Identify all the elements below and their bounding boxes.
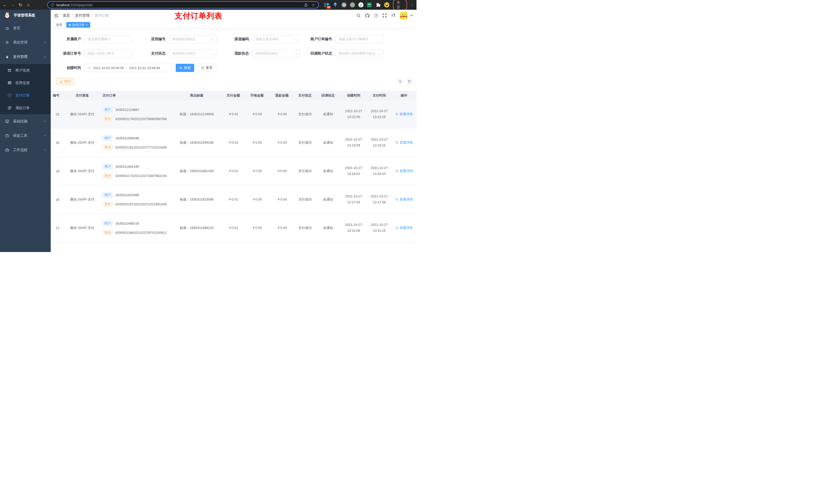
app-select[interactable]: 请选择应用信息 bbox=[169, 35, 217, 43]
forward-icon[interactable]: → bbox=[10, 2, 15, 7]
merchant-order-no: 1635311881440 bbox=[115, 165, 139, 169]
reload-icon[interactable]: ↻ bbox=[18, 2, 23, 8]
sidebar-item-infra[interactable]: 基础设施 bbox=[0, 114, 51, 128]
row-status: 支付成功 bbox=[294, 197, 316, 202]
extension-command-icon[interactable]: ⌘ bbox=[341, 2, 347, 7]
pay-order-no: 4200001181202110277723215336 bbox=[115, 145, 167, 149]
view-detail-link[interactable]: 查看详情 bbox=[395, 197, 413, 202]
extension-puzzle-icon[interactable] bbox=[376, 2, 381, 8]
extensions-area: 10 ⌘ y bbox=[324, 2, 389, 8]
toggle-search-button[interactable] bbox=[397, 78, 404, 85]
github-icon[interactable] bbox=[365, 13, 370, 18]
back-icon[interactable]: ← bbox=[3, 2, 7, 7]
logo-row[interactable]: 芋道管理系统 bbox=[0, 10, 51, 21]
view-detail-link[interactable]: 查看详情 bbox=[395, 169, 413, 173]
refresh-table-button[interactable] bbox=[406, 78, 413, 85]
fullscreen-icon[interactable] bbox=[382, 13, 387, 18]
reset-button[interactable]: 重置 bbox=[197, 64, 216, 72]
extension-emoji-icon[interactable] bbox=[384, 2, 389, 7]
user-menu-caret-icon[interactable] bbox=[410, 15, 413, 16]
pay-status-select[interactable]: 请选择支付状态 bbox=[169, 49, 217, 57]
view-detail-link[interactable]: 查看详情 bbox=[395, 112, 413, 117]
merchant-order-no: 1635312124657 bbox=[115, 108, 139, 112]
storefront-icon bbox=[7, 68, 12, 72]
browser-update-button[interactable]: 更新 bbox=[393, 0, 407, 11]
table-row[interactable]: 17 微信 JSAPI 支付 商户1635311468233 支付4200001… bbox=[51, 214, 416, 242]
share-icon[interactable] bbox=[304, 3, 308, 7]
channel-code-label: 渠道编码 bbox=[218, 37, 252, 42]
create-time-label: 创建时间 bbox=[51, 66, 85, 70]
search-icon[interactable] bbox=[356, 13, 361, 18]
search-button[interactable]: 搜索 bbox=[176, 64, 194, 72]
view-detail-link[interactable]: 查看详情 bbox=[395, 140, 413, 145]
col-id: 编号 bbox=[51, 93, 62, 98]
row-channel: 微信 JSAPI 支付 bbox=[62, 140, 102, 145]
merchant-order-no-input[interactable]: 请输入商户订单编号 bbox=[336, 35, 383, 43]
range-start: 2021-10-01 00:00:00 bbox=[93, 66, 124, 70]
refund-status-select[interactable]: 请选择退款状态 bbox=[252, 49, 300, 57]
sidebar-item-label: 支付订单 bbox=[15, 93, 30, 98]
extension-kite-icon[interactable] bbox=[333, 2, 338, 8]
sidebar-item-system[interactable]: ⚙ 系统管理 bbox=[0, 35, 51, 50]
merchant-order-no: 1635311468233 bbox=[115, 221, 139, 225]
extension-blocks-icon[interactable]: 10 bbox=[324, 2, 329, 8]
tab-pay-order[interactable]: 支付订单× bbox=[66, 22, 90, 28]
table-row[interactable]: 21 微信 JSAPI 支付 商户1635312124657 支付4200001… bbox=[51, 100, 416, 128]
row-amount: ￥0.01 bbox=[222, 197, 244, 202]
extension-chat-icon[interactable] bbox=[367, 2, 372, 8]
extension-badge: 10 bbox=[327, 6, 331, 9]
breadcrumb-home[interactable]: 首页 bbox=[63, 13, 70, 18]
sidebar-item-merchant-info[interactable]: 商户信息 bbox=[0, 64, 51, 77]
extension-y-icon[interactable]: y bbox=[358, 2, 363, 7]
font-size-icon[interactable]: TT bbox=[391, 13, 396, 18]
breadcrumb-current: 支付订单 bbox=[95, 13, 109, 18]
chevron-down-icon bbox=[212, 38, 214, 41]
table-row[interactable]: 商户1635311954796 支付 bbox=[51, 242, 416, 252]
chevron-up-icon bbox=[44, 56, 46, 59]
sidebar-item-pay[interactable]: ¥ 支付管理 bbox=[0, 50, 51, 64]
close-tab-icon[interactable]: × bbox=[86, 23, 88, 27]
avatar[interactable] bbox=[400, 12, 407, 20]
sidebar-item-app-info[interactable]: 应用信息 bbox=[0, 77, 51, 89]
table-row[interactable]: 20 微信 JSAPI 支付 商户1635311949168 支付4200001… bbox=[51, 128, 416, 157]
row-pay-order: 商户1635311881440 支付4200001173202110272847… bbox=[102, 164, 171, 178]
chevron-down-icon bbox=[295, 52, 298, 55]
pay-order-no: 4200001174202110278060590766 bbox=[115, 117, 167, 121]
sidebar-item-home[interactable]: 首页 bbox=[0, 21, 51, 35]
view-detail-link[interactable]: 查看详情 bbox=[395, 225, 413, 230]
sidebar-item-workflow[interactable]: 工作流程 bbox=[0, 143, 51, 157]
row-notify-status: 未通知 bbox=[316, 169, 340, 173]
sidebar-item-devtools[interactable]: 研发工具 bbox=[0, 128, 51, 143]
row-create-time: 2021-10-2713:18:02 bbox=[340, 165, 367, 177]
export-button[interactable]: 导出 bbox=[56, 78, 74, 85]
create-time-range-picker[interactable]: 2021-10-01 00:00:00 - 2021-10-31 23:59:5… bbox=[85, 64, 172, 72]
row-channel: 微信 JSAPI 支付 bbox=[62, 112, 102, 117]
site-info-icon[interactable] bbox=[51, 3, 54, 7]
browser-menu-icon[interactable]: ⋮ bbox=[410, 3, 414, 7]
table-row[interactable]: 19 微信 JSAPI 支付 商户1635311881440 支付4200001… bbox=[51, 157, 416, 186]
collapse-sidebar-icon[interactable] bbox=[54, 14, 59, 17]
tab-home[interactable]: 首页 bbox=[53, 22, 65, 28]
search-icon bbox=[395, 198, 399, 201]
table-row[interactable]: 18 微信 JSAPI 支付 商户1635311823086 支付4200001… bbox=[51, 186, 416, 214]
row-id: 17 bbox=[51, 226, 62, 230]
merchant-tag: 商户 bbox=[102, 107, 113, 113]
breadcrumb-pay[interactable]: 支付管理 bbox=[75, 13, 89, 18]
sidebar-item-label: 工作流程 bbox=[13, 148, 27, 152]
sidebar-item-pay-order[interactable]: ¥ 支付订单 bbox=[0, 89, 51, 102]
screen: ← → ↻ ⌂ localhost:1024/pay/order ☆ 10 ⌘ … bbox=[0, 0, 416, 252]
channel-code-select[interactable]: 请输入渠道编码 bbox=[252, 35, 300, 43]
sidebar-item-refund-order[interactable]: 退款订单 bbox=[0, 102, 51, 114]
help-icon[interactable]: ? bbox=[374, 14, 378, 18]
bookmark-star-icon[interactable]: ☆ bbox=[311, 3, 315, 7]
url-bar[interactable]: localhost:1024/pay/order ☆ bbox=[47, 1, 319, 8]
merchant-input[interactable]: 请选择所属商户 bbox=[85, 35, 132, 43]
notify-status-select[interactable]: 请选择订单回调商户状态 bbox=[336, 49, 383, 57]
pay-status-label: 支付状态 bbox=[135, 51, 169, 56]
row-status: 支付成功 bbox=[294, 140, 316, 145]
search-icon bbox=[395, 141, 399, 144]
channel-order-no-input[interactable]: 请输入渠道订单号 bbox=[85, 49, 132, 57]
row-channel: 微信 JSAPI 支付 bbox=[62, 225, 102, 230]
extension-dot-icon[interactable] bbox=[350, 2, 355, 7]
home-icon[interactable]: ⌂ bbox=[26, 2, 31, 7]
